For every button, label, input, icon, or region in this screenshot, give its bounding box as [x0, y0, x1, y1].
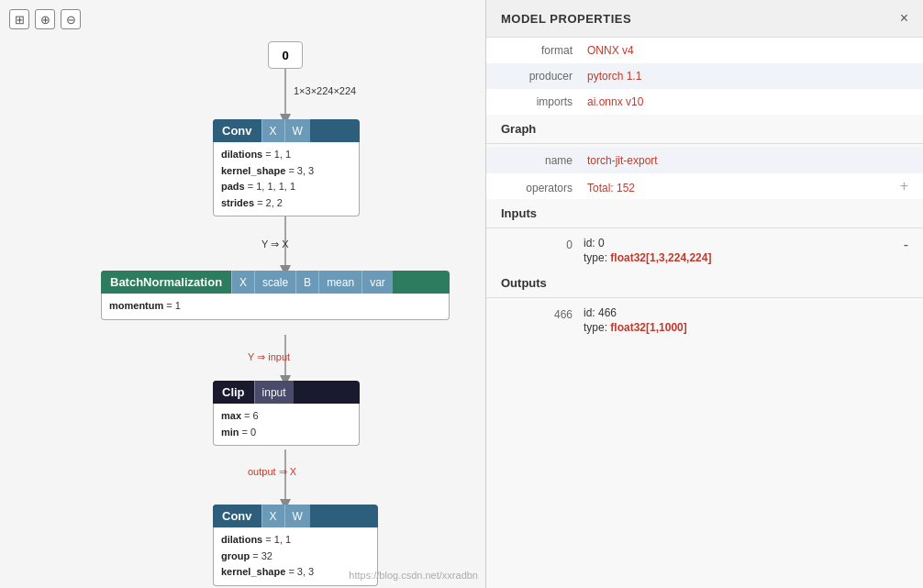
output-0-type: type: float32[1,1000]: [584, 321, 908, 334]
input-0-id-val: id: 0: [584, 237, 904, 250]
operators-value: Total: 152: [584, 179, 900, 194]
input-node-label: 0: [282, 49, 288, 62]
input-0-type-bold: float32[1,3,224,224]: [610, 251, 711, 264]
clip-input: input: [254, 381, 294, 404]
properties-panel: MODEL PROPERTIES × format ONNX v4 produc…: [486, 0, 923, 588]
bn-input-b: B: [295, 271, 318, 294]
graph-name-value: torch-jit-export: [584, 151, 908, 167]
input-0-type: type: float32[1,3,224,224]: [584, 251, 904, 264]
conv1-name: Conv: [213, 119, 261, 142]
input-0-id-label: 0: [501, 237, 584, 251]
conv1-input-w: W: [284, 119, 310, 142]
conv2-name: Conv: [213, 505, 261, 527]
output-0-id-val: id: 466: [584, 306, 908, 319]
imports-value: ai.onnx v10: [584, 93, 908, 108]
zoom-out-icon: ⊖: [66, 13, 76, 27]
format-label: format: [501, 41, 584, 57]
operators-row: operators Total: 152 +: [486, 173, 923, 199]
edge-label-1: 1×3×224×224: [294, 85, 356, 96]
props-title: MODEL PROPERTIES: [501, 12, 631, 26]
close-button[interactable]: ×: [900, 11, 908, 26]
operators-label: operators: [501, 179, 584, 194]
graph-panel: ⊞ ⊕ ⊖ 0 1×3×224×224 Co: [0, 0, 486, 588]
edge-label-2: Y ⇒ X: [261, 239, 289, 250]
graph-name-label: name: [501, 151, 584, 167]
imports-label: imports: [501, 93, 584, 108]
output-0-id-label: 466: [501, 306, 584, 321]
outputs-section-header: Outputs: [486, 269, 923, 294]
conv1-body: dilations = 1, 1 kernel_shape = 3, 3 pad…: [213, 142, 360, 216]
zoom-out-button[interactable]: ⊖: [61, 9, 81, 29]
watermark: https://blog.csdn.net/xxradbn: [349, 570, 478, 581]
grid-button[interactable]: ⊞: [9, 9, 29, 29]
grid-icon: ⊞: [15, 13, 25, 27]
operators-expand-button[interactable]: +: [900, 178, 908, 194]
format-row: format ONNX v4: [486, 38, 923, 63]
graph-name-row: name torch-jit-export: [486, 148, 923, 173]
conv1-header: Conv X W: [213, 119, 360, 142]
zoom-in-button[interactable]: ⊕: [35, 9, 55, 29]
clip-body: max = 6 min = 0: [213, 404, 360, 446]
conv2-input-x: X: [261, 505, 284, 527]
format-value: ONNX v4: [584, 41, 908, 57]
input-0-collapse-button[interactable]: -: [904, 237, 908, 253]
conv1-input-x: X: [261, 119, 284, 142]
bn-name: BatchNormalization: [101, 271, 231, 294]
props-header: MODEL PROPERTIES ×: [486, 0, 923, 38]
clip-header: Clip input: [213, 381, 360, 404]
output-0-type-bold: float32[1,1000]: [610, 321, 686, 334]
inputs-section-header: Inputs: [486, 199, 923, 224]
bn-input-x: X: [231, 271, 254, 294]
producer-value: pytorch 1.1: [584, 67, 908, 83]
conv1-node[interactable]: Conv X W dilations = 1, 1 kernel_shape =…: [213, 119, 360, 216]
bn-input-scale: scale: [254, 271, 295, 294]
inputs-divider: [486, 227, 923, 228]
graph-section-header: Graph: [486, 115, 923, 139]
edge-label-3: Y ⇒ input: [248, 351, 290, 363]
bn-input-var: var: [361, 271, 393, 294]
producer-row: producer pytorch 1.1: [486, 63, 923, 89]
bn-header: BatchNormalization X scale B mean var: [101, 271, 450, 294]
graph-divider: [486, 143, 923, 144]
bn-input-mean: mean: [318, 271, 361, 294]
edge-label-4: output ⇒ X: [248, 466, 296, 478]
conv2-input-w: W: [284, 505, 310, 527]
input-node[interactable]: 0: [268, 41, 303, 69]
input-0-content: id: 0 type: float32[1,3,224,224]: [584, 237, 904, 264]
zoom-in-icon: ⊕: [40, 13, 50, 27]
output-0-content: id: 466 type: float32[1,1000]: [584, 306, 908, 334]
inputs-section: 0 id: 0 type: float32[1,3,224,224] -: [486, 232, 923, 269]
imports-row: imports ai.onnx v10: [486, 89, 923, 115]
bn-node[interactable]: BatchNormalization X scale B mean var mo…: [101, 271, 450, 320]
producer-label: producer: [501, 67, 584, 83]
clip-node[interactable]: Clip input max = 6 min = 0: [213, 381, 360, 446]
input-row-0: 0 id: 0 type: float32[1,3,224,224] -: [486, 232, 923, 269]
output-row-0: 466 id: 466 type: float32[1,1000]: [486, 302, 923, 338]
toolbar: ⊞ ⊕ ⊖: [9, 9, 81, 29]
bn-body: momentum = 1: [101, 294, 450, 320]
clip-name: Clip: [213, 381, 254, 404]
conv2-header: Conv X W: [213, 505, 378, 527]
outputs-section: 466 id: 466 type: float32[1,1000]: [486, 302, 923, 338]
outputs-divider: [486, 297, 923, 298]
